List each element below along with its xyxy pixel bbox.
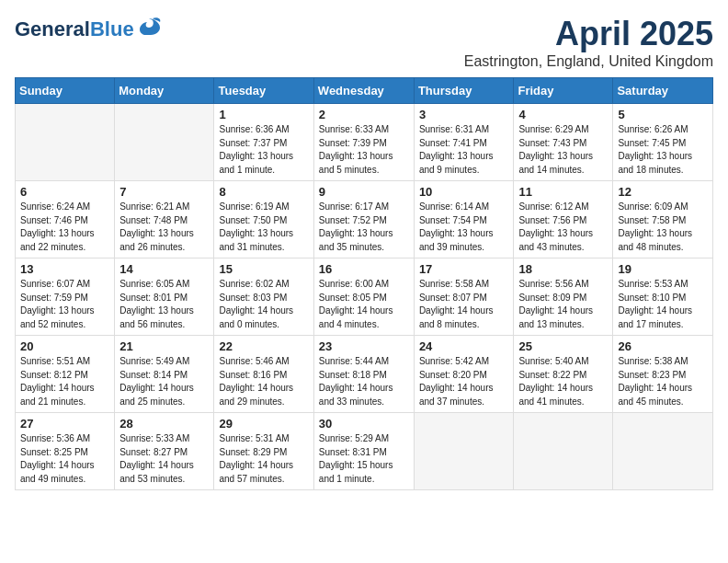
- calendar-day-cell: 2Sunrise: 6:33 AM Sunset: 7:39 PM Daylig…: [313, 104, 414, 181]
- logo: GeneralBlue: [15, 15, 162, 44]
- day-number: 23: [319, 339, 409, 353]
- day-number: 26: [618, 339, 708, 353]
- calendar-day-cell: 24Sunrise: 5:42 AM Sunset: 8:20 PM Dayli…: [414, 336, 514, 413]
- calendar-day-cell: [514, 413, 613, 490]
- day-info: Sunrise: 6:09 AM Sunset: 7:58 PM Dayligh…: [618, 201, 708, 254]
- day-number: 29: [219, 417, 308, 431]
- day-number: 20: [20, 339, 109, 353]
- day-info: Sunrise: 6:14 AM Sunset: 7:54 PM Dayligh…: [419, 201, 509, 254]
- calendar-header-row: SundayMondayTuesdayWednesdayThursdayFrid…: [16, 78, 713, 104]
- day-info: Sunrise: 5:38 AM Sunset: 8:23 PM Dayligh…: [618, 355, 708, 408]
- calendar-day-cell: 19Sunrise: 5:53 AM Sunset: 8:10 PM Dayli…: [613, 259, 713, 336]
- day-number: 27: [20, 417, 109, 431]
- calendar-day-cell: [414, 413, 514, 490]
- calendar-day-cell: 22Sunrise: 5:46 AM Sunset: 8:16 PM Dayli…: [214, 336, 313, 413]
- calendar-week-row: 6Sunrise: 6:24 AM Sunset: 7:46 PM Daylig…: [16, 181, 713, 259]
- calendar-day-cell: 1Sunrise: 6:36 AM Sunset: 7:37 PM Daylig…: [214, 104, 313, 181]
- calendar-day-cell: 10Sunrise: 6:14 AM Sunset: 7:54 PM Dayli…: [414, 181, 514, 259]
- day-info: Sunrise: 6:21 AM Sunset: 7:48 PM Dayligh…: [119, 201, 209, 254]
- day-of-week-header: Wednesday: [313, 78, 414, 104]
- logo-text: GeneralBlue: [15, 18, 134, 40]
- day-number: 6: [20, 185, 109, 199]
- calendar-day-cell: [613, 413, 713, 490]
- calendar-day-cell: 7Sunrise: 6:21 AM Sunset: 7:48 PM Daylig…: [115, 181, 214, 259]
- calendar-day-cell: 3Sunrise: 6:31 AM Sunset: 7:41 PM Daylig…: [414, 104, 514, 181]
- day-info: Sunrise: 5:44 AM Sunset: 8:18 PM Dayligh…: [319, 355, 409, 408]
- day-number: 15: [219, 262, 308, 276]
- calendar-day-cell: 16Sunrise: 6:00 AM Sunset: 8:05 PM Dayli…: [313, 259, 414, 336]
- calendar-day-cell: 27Sunrise: 5:36 AM Sunset: 8:25 PM Dayli…: [16, 413, 115, 490]
- calendar-week-row: 1Sunrise: 6:36 AM Sunset: 7:37 PM Daylig…: [16, 104, 713, 181]
- day-number: 7: [119, 185, 209, 199]
- day-number: 17: [419, 262, 509, 276]
- calendar-day-cell: 14Sunrise: 6:05 AM Sunset: 8:01 PM Dayli…: [115, 259, 214, 336]
- calendar-day-cell: 9Sunrise: 6:17 AM Sunset: 7:52 PM Daylig…: [313, 181, 414, 259]
- calendar-day-cell: 8Sunrise: 6:19 AM Sunset: 7:50 PM Daylig…: [214, 181, 313, 259]
- day-of-week-header: Saturday: [613, 78, 713, 104]
- location-title: Eastrington, England, United Kingdom: [464, 53, 713, 70]
- day-info: Sunrise: 5:46 AM Sunset: 8:16 PM Dayligh…: [219, 355, 308, 408]
- day-info: Sunrise: 5:42 AM Sunset: 8:20 PM Dayligh…: [419, 355, 509, 408]
- day-number: 21: [119, 339, 209, 353]
- header: GeneralBlue April 2025 Eastrington, Engl…: [15, 15, 713, 70]
- day-number: 25: [518, 339, 608, 353]
- day-info: Sunrise: 5:58 AM Sunset: 8:07 PM Dayligh…: [419, 278, 509, 331]
- day-info: Sunrise: 6:05 AM Sunset: 8:01 PM Dayligh…: [119, 278, 209, 331]
- calendar-day-cell: [16, 104, 115, 181]
- day-number: 1: [219, 108, 308, 121]
- day-info: Sunrise: 6:02 AM Sunset: 8:03 PM Dayligh…: [219, 278, 308, 331]
- day-number: 12: [618, 185, 708, 199]
- day-info: Sunrise: 6:24 AM Sunset: 7:46 PM Dayligh…: [20, 201, 109, 254]
- day-number: 13: [20, 262, 109, 276]
- day-number: 4: [518, 108, 608, 121]
- day-number: 9: [319, 185, 409, 199]
- calendar-week-row: 13Sunrise: 6:07 AM Sunset: 7:59 PM Dayli…: [16, 259, 713, 336]
- calendar-week-row: 20Sunrise: 5:51 AM Sunset: 8:12 PM Dayli…: [16, 336, 713, 413]
- calendar-day-cell: 23Sunrise: 5:44 AM Sunset: 8:18 PM Dayli…: [313, 336, 414, 413]
- day-info: Sunrise: 6:12 AM Sunset: 7:56 PM Dayligh…: [518, 201, 608, 254]
- calendar-day-cell: 18Sunrise: 5:56 AM Sunset: 8:09 PM Dayli…: [514, 259, 613, 336]
- day-info: Sunrise: 5:53 AM Sunset: 8:10 PM Dayligh…: [618, 278, 708, 331]
- day-of-week-header: Monday: [115, 78, 214, 104]
- day-number: 5: [618, 108, 708, 121]
- day-of-week-header: Tuesday: [214, 78, 313, 104]
- calendar-day-cell: 13Sunrise: 6:07 AM Sunset: 7:59 PM Dayli…: [16, 259, 115, 336]
- day-number: 18: [518, 262, 608, 276]
- title-area: April 2025 Eastrington, England, United …: [464, 15, 713, 70]
- day-number: 14: [119, 262, 209, 276]
- day-of-week-header: Sunday: [16, 78, 115, 104]
- calendar-day-cell: 4Sunrise: 6:29 AM Sunset: 7:43 PM Daylig…: [514, 104, 613, 181]
- calendar-day-cell: 29Sunrise: 5:31 AM Sunset: 8:29 PM Dayli…: [214, 413, 313, 490]
- calendar-day-cell: 11Sunrise: 6:12 AM Sunset: 7:56 PM Dayli…: [514, 181, 613, 259]
- day-number: 24: [419, 339, 509, 353]
- day-info: Sunrise: 5:56 AM Sunset: 8:09 PM Dayligh…: [518, 278, 608, 331]
- day-number: 11: [518, 185, 608, 199]
- day-info: Sunrise: 6:17 AM Sunset: 7:52 PM Dayligh…: [319, 201, 409, 254]
- calendar-day-cell: 20Sunrise: 5:51 AM Sunset: 8:12 PM Dayli…: [16, 336, 115, 413]
- day-info: Sunrise: 5:33 AM Sunset: 8:27 PM Dayligh…: [119, 432, 209, 486]
- day-of-week-header: Friday: [514, 78, 613, 104]
- calendar-day-cell: 26Sunrise: 5:38 AM Sunset: 8:23 PM Dayli…: [613, 336, 713, 413]
- day-info: Sunrise: 6:33 AM Sunset: 7:39 PM Dayligh…: [319, 123, 409, 177]
- day-info: Sunrise: 6:00 AM Sunset: 8:05 PM Dayligh…: [319, 278, 409, 331]
- day-number: 16: [319, 262, 409, 276]
- day-info: Sunrise: 6:36 AM Sunset: 7:37 PM Dayligh…: [219, 123, 308, 177]
- calendar-day-cell: 28Sunrise: 5:33 AM Sunset: 8:27 PM Dayli…: [115, 413, 214, 490]
- day-info: Sunrise: 5:40 AM Sunset: 8:22 PM Dayligh…: [518, 355, 608, 408]
- calendar-day-cell: 15Sunrise: 6:02 AM Sunset: 8:03 PM Dayli…: [214, 259, 313, 336]
- day-number: 8: [219, 185, 308, 199]
- day-number: 19: [618, 262, 708, 276]
- calendar-day-cell: 21Sunrise: 5:49 AM Sunset: 8:14 PM Dayli…: [115, 336, 214, 413]
- calendar-day-cell: 30Sunrise: 5:29 AM Sunset: 8:31 PM Dayli…: [313, 413, 414, 490]
- calendar-day-cell: 25Sunrise: 5:40 AM Sunset: 8:22 PM Dayli…: [514, 336, 613, 413]
- day-info: Sunrise: 5:36 AM Sunset: 8:25 PM Dayligh…: [20, 432, 109, 486]
- day-info: Sunrise: 5:29 AM Sunset: 8:31 PM Dayligh…: [319, 432, 409, 486]
- day-info: Sunrise: 6:26 AM Sunset: 7:45 PM Dayligh…: [618, 123, 708, 177]
- calendar-day-cell: 17Sunrise: 5:58 AM Sunset: 8:07 PM Dayli…: [414, 259, 514, 336]
- calendar-day-cell: 12Sunrise: 6:09 AM Sunset: 7:58 PM Dayli…: [613, 181, 713, 259]
- day-of-week-header: Thursday: [414, 78, 514, 104]
- day-info: Sunrise: 6:19 AM Sunset: 7:50 PM Dayligh…: [219, 201, 308, 254]
- calendar-day-cell: 6Sunrise: 6:24 AM Sunset: 7:46 PM Daylig…: [16, 181, 115, 259]
- calendar-day-cell: [115, 104, 214, 181]
- day-number: 2: [319, 108, 409, 121]
